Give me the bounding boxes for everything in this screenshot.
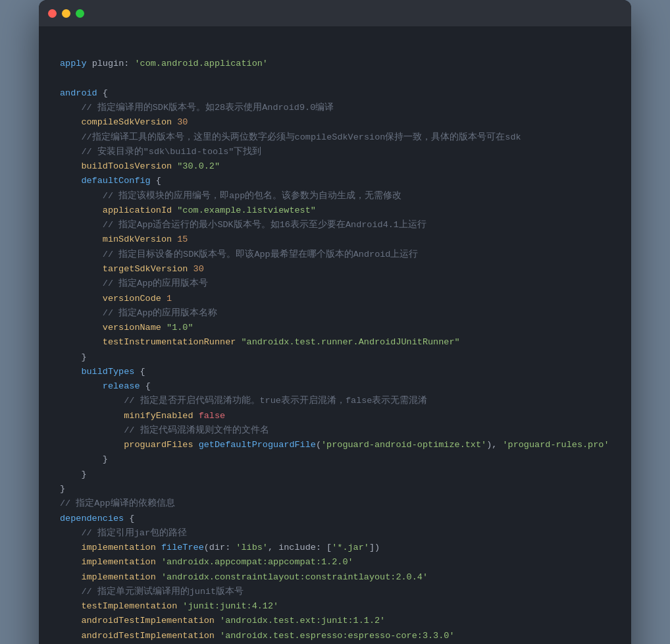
close-button[interactable] xyxy=(48,9,57,18)
minimize-button[interactable] xyxy=(62,9,70,18)
code-editor: apply plugin: 'com.android.application' … xyxy=(39,26,631,644)
editor-window: apply plugin: 'com.android.application' … xyxy=(39,0,631,644)
titlebar xyxy=(39,0,631,26)
maximize-button[interactable] xyxy=(76,9,84,18)
